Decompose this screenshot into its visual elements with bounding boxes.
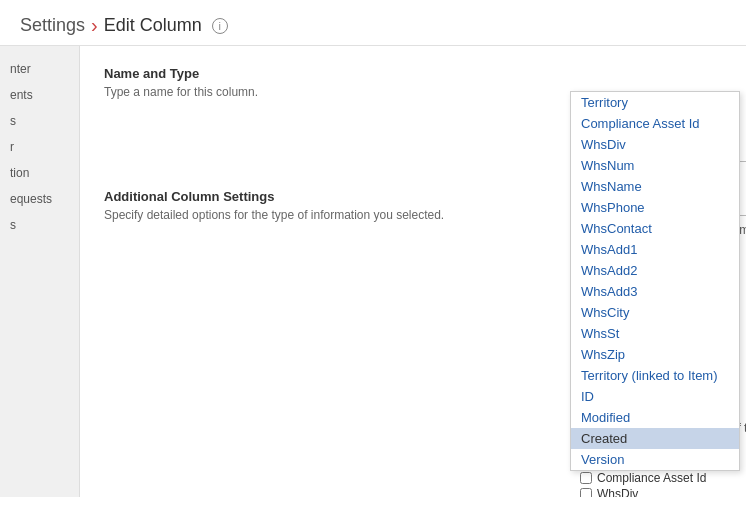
dropdown-item-1[interactable]: Compliance Asset Id [571, 113, 739, 134]
sidebar-item-5[interactable]: tion [0, 160, 79, 186]
dropdown-item-13[interactable]: Territory (linked to Item) [571, 365, 739, 386]
dropdown-item-4[interactable]: WhsName [571, 176, 739, 197]
breadcrumb-separator: › [91, 14, 98, 37]
info-icon[interactable]: i [212, 18, 228, 34]
dropdown-item-16[interactable]: Created [571, 428, 739, 449]
sidebar: nter ents s r tion equests s [0, 46, 80, 497]
dropdown-item-2[interactable]: WhsDiv [571, 134, 739, 155]
field-checkbox-2[interactable] [580, 488, 592, 497]
dropdown-item-7[interactable]: WhsAdd1 [571, 239, 739, 260]
dropdown-item-5[interactable]: WhsPhone [571, 197, 739, 218]
field-item-1: Compliance Asset Id [580, 471, 746, 485]
dropdown-item-11[interactable]: WhsSt [571, 323, 739, 344]
dropdown-item-3[interactable]: WhsNum [571, 155, 739, 176]
dropdown-item-17[interactable]: Version [571, 449, 739, 470]
settings-link[interactable]: Settings [20, 15, 85, 36]
sidebar-item-7[interactable]: s [0, 212, 79, 238]
name-and-type-title: Name and Type [104, 66, 722, 81]
dropdown-item-15[interactable]: Modified [571, 407, 739, 428]
field-label-2: WhsDiv [597, 487, 638, 497]
field-checkbox-1[interactable] [580, 472, 592, 484]
dropdown-item-8[interactable]: WhsAdd2 [571, 260, 739, 281]
dropdown-list: Territory Compliance Asset Id WhsDiv Whs… [570, 91, 740, 471]
dropdown-item-0[interactable]: Territory [571, 92, 739, 113]
field-item-2: WhsDiv [580, 487, 746, 497]
sidebar-item-6[interactable]: equests [0, 186, 79, 212]
sidebar-item-1[interactable]: nter [0, 56, 79, 82]
dropdown-item-9[interactable]: WhsAdd3 [571, 281, 739, 302]
sidebar-item-3[interactable]: s [0, 108, 79, 134]
sidebar-item-2[interactable]: ents [0, 82, 79, 108]
main-layout: nter ents s r tion equests s Name and Ty… [0, 46, 746, 497]
page-title: Edit Column [104, 15, 202, 36]
breadcrumb: Settings › Edit Column i [20, 14, 726, 37]
dropdown-item-6[interactable]: WhsContact [571, 218, 739, 239]
dropdown-item-12[interactable]: WhsZip [571, 344, 739, 365]
sidebar-item-4[interactable]: r [0, 134, 79, 160]
content-area: Name and Type Type a name for this colum… [80, 46, 746, 497]
page-header: Settings › Edit Column i [0, 0, 746, 46]
dropdown-item-10[interactable]: WhsCity [571, 302, 739, 323]
field-label-1: Compliance Asset Id [597, 471, 706, 485]
dropdown-item-14[interactable]: ID [571, 386, 739, 407]
